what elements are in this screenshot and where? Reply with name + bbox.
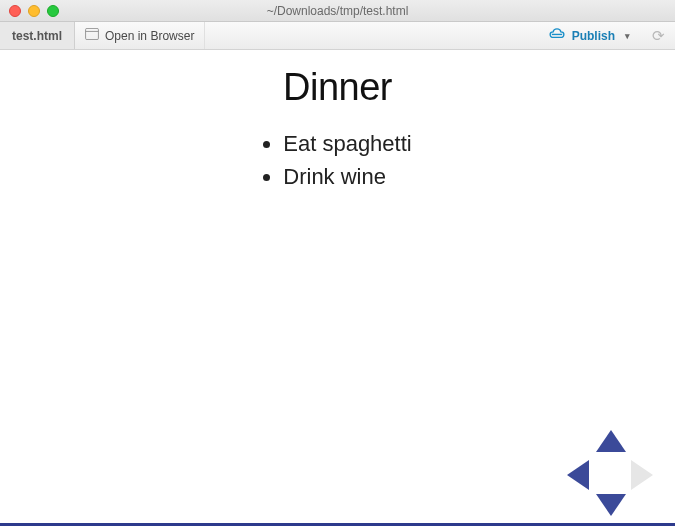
- nav-controls: [555, 430, 665, 516]
- maximize-window-button[interactable]: [47, 5, 59, 17]
- close-window-button[interactable]: [9, 5, 21, 17]
- nav-left-arrow[interactable]: [567, 460, 589, 490]
- file-tab[interactable]: test.html: [0, 22, 75, 49]
- open-in-browser-label: Open in Browser: [105, 29, 194, 43]
- minimize-window-button[interactable]: [28, 5, 40, 17]
- nav-up-arrow[interactable]: [596, 430, 626, 452]
- list-item: Drink wine: [283, 160, 411, 193]
- publish-button[interactable]: Publish ▾: [540, 28, 642, 43]
- refresh-button[interactable]: ⟳: [642, 27, 675, 45]
- nav-right-arrow[interactable]: [631, 460, 653, 490]
- refresh-icon: ⟳: [652, 27, 665, 44]
- cloud-icon: [548, 28, 566, 43]
- nav-down-arrow[interactable]: [596, 494, 626, 516]
- slide-list: Eat spaghetti Drink wine: [263, 127, 411, 193]
- file-tab-label: test.html: [12, 29, 62, 43]
- slide-title: Dinner: [0, 66, 675, 109]
- window-title: ~/Downloads/tmp/test.html: [0, 4, 675, 18]
- traffic-lights: [0, 5, 59, 17]
- open-in-browser-button[interactable]: Open in Browser: [75, 22, 205, 49]
- publish-label: Publish: [572, 29, 615, 43]
- svg-rect-0: [86, 28, 99, 39]
- slide-content: Dinner Eat spaghetti Drink wine: [0, 50, 675, 526]
- chevron-down-icon: ▾: [621, 31, 634, 41]
- editor-toolbar: test.html Open in Browser Publish ▾ ⟳: [0, 22, 675, 50]
- browser-icon: [85, 28, 99, 43]
- window-titlebar: ~/Downloads/tmp/test.html: [0, 0, 675, 22]
- list-item: Eat spaghetti: [283, 127, 411, 160]
